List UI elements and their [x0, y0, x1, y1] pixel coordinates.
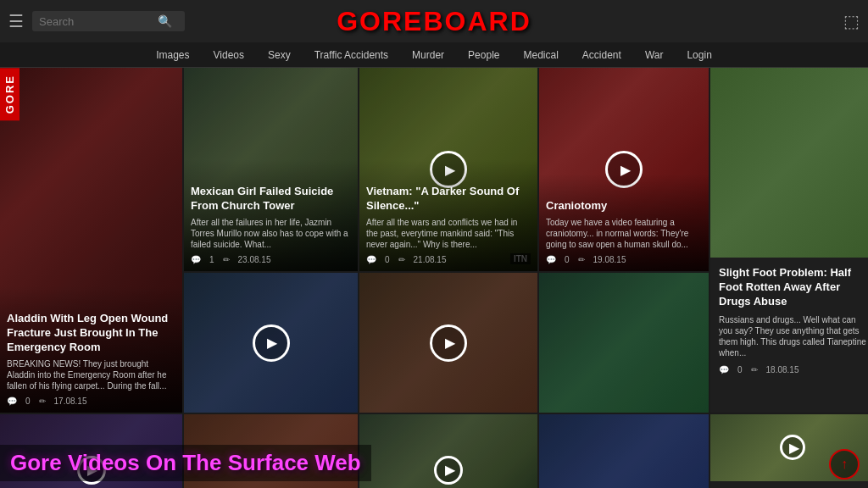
card-desc: Russians and drugs... Well what can you …: [719, 314, 866, 358]
card-row3-col2[interactable]: [184, 414, 358, 488]
card-mexican-girl[interactable]: Mexican Girl Failed Suicide From Church …: [184, 68, 358, 271]
nav-medical[interactable]: Medical: [523, 49, 558, 61]
card-title: Vietnam: "A Darker Sound Of Silence...": [366, 185, 531, 214]
play-button[interactable]: [780, 435, 805, 460]
nav-accident[interactable]: Accident: [582, 49, 621, 61]
card-desc: After all the failures in her life, Jazm…: [191, 217, 351, 250]
play-button[interactable]: [253, 324, 290, 362]
nav-people[interactable]: People: [468, 49, 499, 61]
hamburger-icon[interactable]: ☰: [8, 11, 24, 31]
edit-icon: ✏: [39, 396, 46, 406]
edit-icon: ✏: [751, 365, 758, 374]
comment-count: 0: [565, 255, 570, 264]
card-footer: 💬 0 ✏ 18.08.15: [719, 365, 866, 374]
card-footer: 💬 0 ✏ 19.08.15: [546, 255, 702, 264]
comment-count: 0: [25, 396, 31, 406]
card-title: Aladdin With Leg Open Wound Fracture Jus…: [7, 312, 175, 355]
card-row2-col2[interactable]: [184, 273, 358, 413]
card-footer: 💬 0 ✏ 21.08.15: [366, 255, 531, 264]
card-date: 23.08.15: [238, 255, 271, 264]
nav-images[interactable]: Images: [156, 49, 189, 61]
card-row3-col4[interactable]: [539, 414, 709, 488]
comment-icon: 💬: [7, 396, 17, 406]
card-row2-col3[interactable]: [359, 273, 537, 413]
comment-count: 1: [209, 255, 214, 264]
card-footer: 💬 0 ✏ 17.08.15: [7, 396, 175, 406]
side-tab: GORE: [0, 68, 19, 120]
play-button[interactable]: [430, 324, 467, 362]
search-icon: 🔍: [158, 14, 172, 28]
card-row3-col1[interactable]: [0, 414, 182, 488]
search-container: 🔍: [32, 11, 185, 31]
card-row2-col4[interactable]: [539, 273, 709, 413]
card-date: 19.08.15: [593, 255, 626, 264]
card-date: 21.08.15: [414, 255, 447, 264]
card-desc: After all the wars and conflicts we had …: [366, 217, 531, 250]
play-button[interactable]: [434, 456, 463, 485]
edit-icon: ✏: [578, 255, 585, 264]
card-desc: BREAKING NEWS! They just brought Aladdin…: [7, 358, 175, 391]
nav-murder[interactable]: Murder: [412, 49, 444, 61]
top-bar: ☰ 🔍 GOREBOARD ⬚: [0, 0, 868, 42]
nav-traffic[interactable]: Traffic Accidents: [314, 49, 388, 61]
card-footer: 💬 1 ✏ 23.08.15: [191, 255, 351, 264]
comment-count: 0: [737, 365, 743, 374]
site-logo[interactable]: GOREBOARD: [337, 6, 531, 37]
comment-icon: 💬: [191, 255, 201, 264]
card-desc: Today we have a video featuring a cranio…: [546, 217, 702, 250]
comment-icon: 💬: [546, 255, 556, 264]
nav-bar: Images Videos Sexy Traffic Accidents Mur…: [0, 42, 868, 68]
search-input[interactable]: [39, 15, 158, 28]
edit-icon: ✏: [223, 255, 230, 264]
play-button[interactable]: [77, 456, 106, 485]
card-title: Mexican Girl Failed Suicide From Church …: [191, 185, 351, 214]
comment-count: 0: [385, 255, 390, 264]
card-vietnam[interactable]: ITN Vietnam: "A Darker Sound Of Silence.…: [359, 68, 537, 271]
card-aladdin[interactable]: Aladdin With Leg Open Wound Fracture Jus…: [0, 68, 182, 413]
card-row3-col3[interactable]: [359, 414, 537, 488]
nav-videos[interactable]: Videos: [214, 49, 244, 61]
main-content: Aladdin With Leg Open Wound Fracture Jus…: [0, 68, 868, 488]
comment-icon: 💬: [366, 255, 376, 264]
card-title: Craniotomy: [546, 199, 702, 214]
card-date: 17.08.15: [54, 396, 87, 406]
card-date: 18.08.15: [766, 365, 799, 374]
nav-login[interactable]: Login: [687, 49, 711, 61]
edit-icon: ✏: [398, 255, 405, 264]
card-foot-problem[interactable]: Slight Foot Problem: Half Foot Rotten Aw…: [710, 68, 868, 413]
login-icon[interactable]: ⬚: [843, 11, 860, 31]
card-title: Slight Foot Problem: Half Foot Rotten Aw…: [719, 266, 866, 309]
comment-icon: 💬: [719, 365, 729, 374]
card-craniotomy[interactable]: Craniotomy Today we have a video featuri…: [539, 68, 709, 271]
nav-sexy[interactable]: Sexy: [268, 49, 291, 61]
nav-war[interactable]: War: [645, 49, 664, 61]
scroll-top-button[interactable]: ↑: [829, 449, 860, 480]
